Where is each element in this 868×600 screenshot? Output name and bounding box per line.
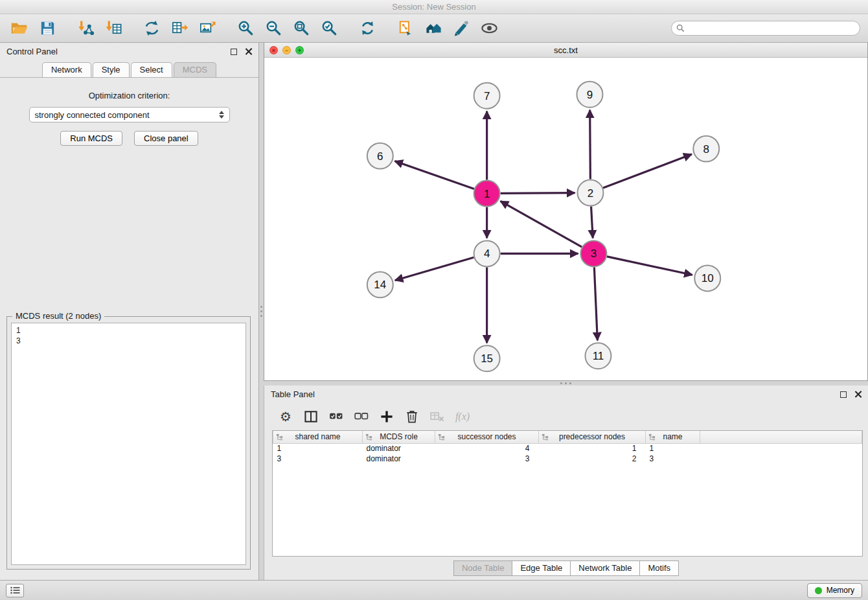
close-panel-button[interactable]: Close panel bbox=[134, 131, 198, 146]
node-1[interactable]: 1 bbox=[474, 181, 500, 207]
apply-style-icon[interactable] bbox=[450, 17, 473, 40]
table-settings-gear-icon[interactable]: ⚙ bbox=[276, 408, 295, 425]
save-session-icon[interactable] bbox=[36, 17, 59, 40]
zoom-selected-icon[interactable] bbox=[317, 17, 341, 40]
zoom-fit-icon[interactable] bbox=[290, 17, 313, 40]
control-panel: Control Panel NetworkStyleSelectMCDS Opt… bbox=[0, 43, 259, 580]
cell-name[interactable]: 3 bbox=[646, 454, 700, 464]
cell-shared-name[interactable]: 3 bbox=[273, 454, 363, 464]
column-header-successor-nodes[interactable]: successor nodes bbox=[435, 431, 539, 443]
edge-2-9[interactable] bbox=[590, 110, 591, 179]
optimization-criterion-label: Optimization criterion: bbox=[0, 91, 258, 100]
edge-2-3[interactable] bbox=[591, 207, 593, 238]
mcds-result-list[interactable]: 13 bbox=[11, 323, 246, 565]
column-header-mcds-role[interactable]: MCDS role bbox=[363, 431, 435, 443]
column-header-shared-name[interactable]: shared name bbox=[273, 431, 363, 443]
tab-node-table[interactable]: Node Table bbox=[453, 560, 513, 576]
table-panel-tabs: Node TableEdge TableNetwork TableMotifs bbox=[264, 557, 868, 580]
attribute-type-icon bbox=[648, 433, 656, 443]
cell-mcds-role[interactable]: dominator bbox=[363, 454, 435, 464]
cell-predecessor-nodes[interactable]: 1 bbox=[539, 443, 646, 454]
export-image-icon[interactable] bbox=[196, 17, 219, 40]
edge-2-8[interactable] bbox=[603, 154, 692, 188]
home-view-icon[interactable] bbox=[422, 17, 445, 40]
cell-mcds-role[interactable]: dominator bbox=[363, 443, 435, 454]
show-graphics-details-icon[interactable] bbox=[477, 17, 501, 40]
edge-1-6[interactable] bbox=[394, 161, 474, 189]
table-header-row: shared nameMCDS rolesuccessor nodesprede… bbox=[273, 431, 862, 443]
toolbar-icon-group bbox=[8, 17, 505, 40]
node-9[interactable]: 9 bbox=[577, 82, 602, 108]
tab-edge-table[interactable]: Edge Table bbox=[512, 560, 571, 576]
network-share-icon[interactable] bbox=[140, 17, 163, 40]
criterion-dropdown-value: strongly connected component bbox=[35, 110, 150, 120]
node-table: shared nameMCDS rolesuccessor nodesprede… bbox=[272, 430, 863, 557]
clone-network-icon[interactable] bbox=[394, 17, 417, 40]
tab-style[interactable]: Style bbox=[93, 62, 130, 77]
run-mcds-button[interactable]: Run MCDS bbox=[60, 131, 122, 146]
criterion-dropdown[interactable]: strongly connected component bbox=[29, 107, 230, 122]
show-panels-button[interactable] bbox=[6, 584, 24, 597]
node-14[interactable]: 14 bbox=[367, 271, 393, 297]
node-label: 9 bbox=[587, 89, 593, 101]
float-panel-icon[interactable] bbox=[231, 49, 237, 55]
delete-column-icon[interactable] bbox=[402, 408, 422, 425]
node-11[interactable]: 11 bbox=[585, 343, 611, 369]
edge-1-2[interactable] bbox=[501, 193, 575, 194]
minimize-window-icon[interactable]: − bbox=[282, 46, 291, 54]
right-column: scc.txt ×−+ 7968124314101511 Table Panel… bbox=[264, 43, 868, 580]
zoom-out-icon[interactable] bbox=[262, 17, 285, 40]
close-panel-icon[interactable] bbox=[245, 48, 252, 55]
column-header-predecessor-nodes[interactable]: predecessor nodes bbox=[539, 431, 646, 443]
edge-3-11[interactable] bbox=[594, 267, 597, 340]
close-table-panel-icon[interactable] bbox=[854, 391, 862, 398]
attribute-type-icon bbox=[542, 433, 549, 443]
tab-network[interactable]: Network bbox=[42, 62, 91, 77]
import-table-from-file-icon[interactable] bbox=[102, 17, 125, 40]
open-session-icon[interactable] bbox=[8, 17, 31, 40]
edge-3-1[interactable] bbox=[501, 201, 582, 247]
edge-4-14[interactable] bbox=[395, 257, 474, 280]
node-2[interactable]: 2 bbox=[577, 180, 603, 206]
node-4[interactable]: 4 bbox=[474, 240, 500, 266]
float-table-panel-icon[interactable] bbox=[840, 391, 847, 398]
node-8[interactable]: 8 bbox=[693, 136, 719, 162]
zoom-window-icon[interactable]: + bbox=[295, 46, 304, 54]
column-header-label: shared name bbox=[276, 432, 360, 441]
cell-name[interactable]: 1 bbox=[646, 443, 700, 454]
column-header-name[interactable]: name bbox=[646, 431, 700, 443]
deselect-all-rows-icon[interactable] bbox=[352, 408, 371, 425]
export-table-icon[interactable] bbox=[168, 17, 191, 40]
tab-motifs[interactable]: Motifs bbox=[639, 560, 679, 576]
refresh-network-icon[interactable] bbox=[356, 17, 379, 40]
tab-mcds[interactable]: MCDS bbox=[174, 62, 216, 77]
memory-button[interactable]: Memory bbox=[807, 583, 862, 598]
select-all-rows-icon[interactable] bbox=[326, 408, 346, 425]
table-panel-title: Table Panel bbox=[271, 389, 315, 399]
edge-3-10[interactable] bbox=[607, 257, 692, 275]
split-panel-icon[interactable] bbox=[301, 408, 321, 425]
import-network-from-file-icon[interactable] bbox=[74, 17, 97, 40]
node-7[interactable]: 7 bbox=[474, 83, 500, 109]
table-row[interactable]: 1dominator411 bbox=[273, 443, 862, 454]
node-10[interactable]: 10 bbox=[694, 265, 720, 291]
close-window-icon[interactable]: × bbox=[269, 46, 278, 54]
node-3[interactable]: 3 bbox=[580, 240, 606, 266]
add-column-icon[interactable] bbox=[377, 408, 396, 425]
panel-splitter-horizontal[interactable] bbox=[264, 381, 868, 386]
cell-predecessor-nodes[interactable]: 2 bbox=[539, 454, 646, 464]
tab-network-table[interactable]: Network Table bbox=[570, 560, 640, 576]
tab-select[interactable]: Select bbox=[131, 62, 172, 77]
panel-splitter-vertical[interactable] bbox=[259, 43, 264, 580]
search-box[interactable] bbox=[671, 21, 860, 36]
table-row[interactable]: 3dominator323 bbox=[273, 454, 862, 464]
network-window-title: scc.txt bbox=[264, 45, 867, 55]
search-input[interactable] bbox=[688, 23, 855, 33]
cell-successor-nodes[interactable]: 3 bbox=[435, 454, 539, 464]
node-6[interactable]: 6 bbox=[367, 143, 393, 169]
network-canvas[interactable]: 7968124314101511 bbox=[264, 58, 867, 380]
node-15[interactable]: 15 bbox=[474, 345, 500, 371]
cell-shared-name[interactable]: 1 bbox=[273, 443, 363, 454]
cell-successor-nodes[interactable]: 4 bbox=[435, 443, 539, 454]
zoom-in-icon[interactable] bbox=[234, 17, 257, 40]
